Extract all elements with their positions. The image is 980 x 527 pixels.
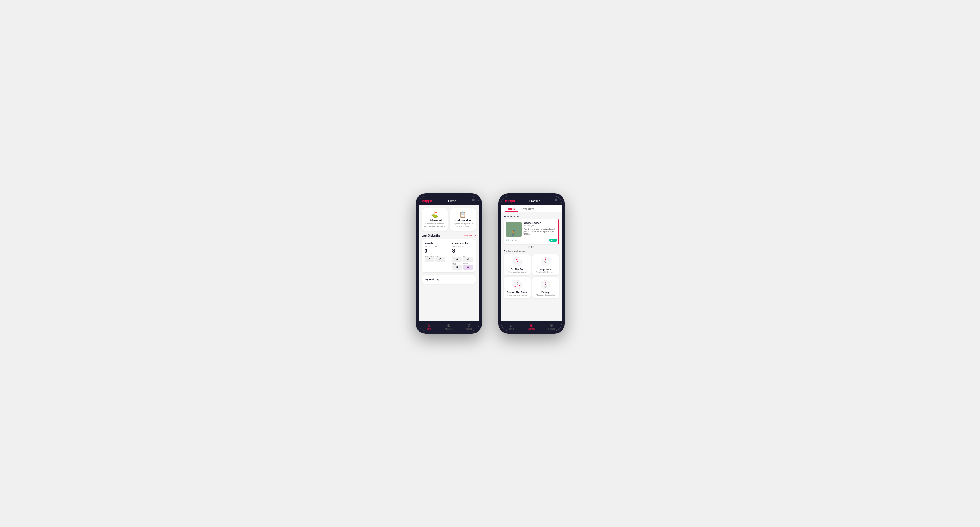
- drill-shots-text: 9 shots: [510, 239, 517, 241]
- drill-card-wrapper: ☆ 🏌️ Wedge Ladder 50–100 yds Play 1 shot…: [504, 219, 559, 244]
- phone-1: clippd Home ☰ ⛳ Add Round Record your sh…: [416, 193, 482, 334]
- nav-capture-label-2: Capture: [548, 328, 555, 330]
- arg-label: ARG: [452, 263, 462, 265]
- header-1: clippd Home ☰: [418, 196, 479, 205]
- approach-icon: [541, 257, 550, 267]
- activities-icon-1: ♞: [447, 323, 450, 327]
- rounds-sub-grid: Tournament 0 Practice 0: [425, 255, 445, 262]
- practice-item: Practice 0: [435, 255, 445, 262]
- nav-capture-1[interactable]: ⊕ Capture: [459, 323, 479, 330]
- arg-value: 0: [452, 265, 462, 270]
- add-round-card[interactable]: ⛳ Add Round Record your shots in fast or…: [422, 208, 448, 231]
- drill-shots: 🕐 9 shots: [506, 239, 518, 241]
- drill-star-icon[interactable]: ☆: [554, 222, 557, 225]
- skill-putting[interactable]: Putting Make and lag practice: [532, 277, 559, 298]
- rounds-title: Rounds: [425, 242, 445, 245]
- arg-item: ARG 0: [452, 263, 462, 270]
- svg-point-16: [517, 282, 518, 283]
- putt-item: PUTT 4: [463, 263, 473, 270]
- skill-putting-desc: Make and lag practice: [536, 294, 555, 296]
- putting-icon: [541, 280, 550, 290]
- header-title-2: Practice: [529, 199, 540, 203]
- drills-sub-grid: OTT 0 APP 4 ARG 0: [452, 255, 473, 270]
- around-green-icon: [512, 280, 522, 290]
- skill-areas-label: Explore skill areas: [504, 250, 559, 252]
- activities-icon-2: ♞: [530, 323, 533, 327]
- ott-label: OTT: [452, 255, 462, 257]
- practice-content: Most Popular ☆ 🏌️ Wedge Ladder 50–100 yd…: [501, 212, 562, 321]
- bottom-nav-2: ⌂ Home ♞ Activities ⊕ Capture: [501, 321, 562, 331]
- rounds-capture-value: 0: [425, 248, 445, 254]
- skill-grid: Off The Tee Power and accuracy Approach: [504, 254, 559, 298]
- app-label: APP: [463, 255, 473, 257]
- rounds-capture-label: Rounds Capture: [425, 245, 445, 247]
- practice-value: 0: [435, 257, 445, 262]
- drills-capture-label: Drills Capture: [452, 245, 473, 247]
- activity-title: Last 3 Months: [422, 234, 440, 237]
- skill-approach[interactable]: Approach Dial-in to hit the green: [532, 254, 559, 275]
- logo-1: clippd: [422, 199, 432, 203]
- skill-off-the-tee[interactable]: Off The Tee Power and accuracy: [504, 254, 531, 275]
- tab-bar: Drills Favourites: [501, 205, 562, 212]
- add-practice-card[interactable]: 📋 Add Practice Capture your practice off…: [450, 208, 476, 231]
- nav-activities-2[interactable]: ♞ Activities: [521, 323, 541, 330]
- nav-home-1[interactable]: ⌂ Home: [418, 323, 439, 330]
- putt-label: PUTT: [463, 263, 473, 265]
- view-activity-link[interactable]: View Activity: [463, 234, 476, 237]
- drill-name: Wedge Ladder: [524, 222, 557, 224]
- nav-capture-2[interactable]: ⊕ Capture: [541, 323, 562, 330]
- add-practice-subtitle: Capture your practice off-the-course: [452, 222, 474, 228]
- drill-description: Play 1 shot at each target yardage. If y…: [524, 228, 557, 235]
- carousel-dots: [504, 246, 559, 248]
- chevron-right-icon: ›: [471, 278, 473, 281]
- capture-icon-2: ⊕: [550, 323, 553, 327]
- tab-drills[interactable]: Drills: [505, 205, 518, 212]
- skill-around-green[interactable]: Around The Green Hone your short game: [504, 277, 531, 298]
- add-practice-title: Add Practice: [455, 219, 471, 222]
- nav-activities-1[interactable]: ♞ Activities: [439, 323, 459, 330]
- golfer-icon: 🏌️: [511, 230, 517, 236]
- drill-range: 50–100 yds: [524, 224, 557, 227]
- ott-value: 0: [452, 257, 462, 262]
- activity-section-header: Last 3 Months View Activity: [422, 234, 476, 237]
- capture-icon-1: ⊕: [467, 323, 471, 327]
- bottom-nav-1: ⌂ Home ♞ Activities ⊕ Capture: [418, 321, 479, 331]
- drill-accent-bar: [558, 219, 559, 244]
- nav-home-2[interactable]: ⌂ Home: [501, 323, 521, 330]
- header-title-1: Home: [448, 199, 456, 203]
- tab-favourites[interactable]: Favourites: [518, 205, 538, 212]
- nav-capture-label-1: Capture: [465, 328, 472, 330]
- skill-tee-name: Off The Tee: [511, 268, 523, 271]
- nav-activities-label-1: Activities: [445, 328, 453, 330]
- tournament-label: Tournament: [425, 255, 434, 257]
- add-round-subtitle: Record your shots in fast or enhanced mo…: [424, 222, 445, 228]
- drill-card-inner: 🏌️ Wedge Ladder 50–100 yds Play 1 shot a…: [506, 222, 557, 237]
- clock-icon: 🕐: [506, 239, 509, 241]
- logo-2: clippd: [505, 199, 515, 203]
- most-popular-label: Most Popular: [504, 215, 559, 218]
- menu-icon-2[interactable]: ☰: [554, 199, 558, 203]
- add-round-title: Add Round: [428, 219, 442, 222]
- home-icon-1: ⌂: [427, 323, 430, 327]
- nav-activities-label-2: Activities: [528, 328, 535, 330]
- drill-card[interactable]: ☆ 🏌️ Wedge Ladder 50–100 yds Play 1 shot…: [504, 219, 559, 244]
- drills-col: Practice Drills Drills Capture 8 OTT 0 A…: [452, 242, 473, 270]
- skill-putting-name: Putting: [541, 291, 549, 294]
- dot-2: [531, 246, 532, 248]
- action-cards: ⛳ Add Round Record your shots in fast or…: [422, 208, 476, 231]
- practice-label: Practice: [435, 255, 445, 257]
- drill-info: Wedge Ladder 50–100 yds Play 1 shot at e…: [524, 222, 557, 237]
- phone-2: clippd Practice ☰ Drills Favourites Most…: [498, 193, 565, 334]
- menu-icon-1[interactable]: ☰: [472, 199, 475, 203]
- dot-1: [528, 246, 530, 248]
- golf-bag-row[interactable]: My Golf Bag ›: [422, 275, 476, 284]
- app-value: 4: [463, 257, 473, 262]
- app-item: APP 4: [463, 255, 473, 262]
- tournament-item: Tournament 0: [425, 255, 434, 262]
- nav-home-label-1: Home: [426, 328, 431, 330]
- tournament-value: 0: [425, 257, 434, 262]
- drill-thumbnail: 🏌️: [506, 222, 522, 237]
- stats-box: Rounds Rounds Capture 0 Tournament 0 Pra…: [422, 239, 476, 272]
- app-badge: APP: [549, 239, 557, 242]
- ott-item: OTT 0: [452, 255, 462, 262]
